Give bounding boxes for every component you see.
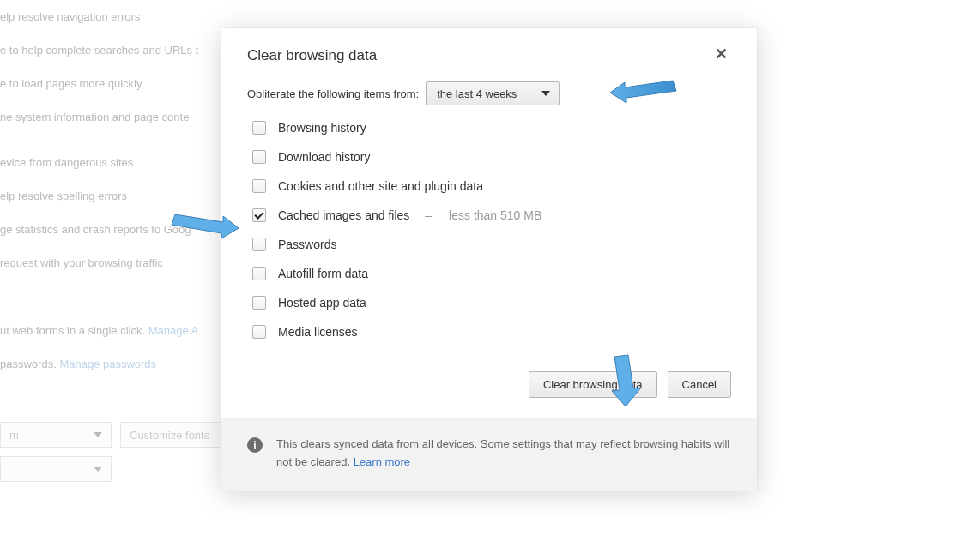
- bg-line: passwords. Manage passwords: [0, 358, 257, 370]
- obliterate-label: Obliterate the following items from:: [247, 87, 419, 100]
- checkbox-label: Browsing history: [278, 121, 366, 135]
- checkbox-row-hosted-app: Hosted app data: [252, 296, 731, 310]
- checkbox-passwords[interactable]: [252, 238, 266, 251]
- checkbox-row-cached-images: Cached images and files – less than 510 …: [252, 208, 731, 222]
- checkbox-label: Cached images and files: [278, 208, 409, 222]
- checkbox-list: Browsing history Download history Cookie…: [252, 121, 731, 339]
- bg-line: elp resolve spelling errors: [0, 190, 257, 202]
- bg-line: e to help complete searches and URLs t: [0, 44, 257, 57]
- info-icon: i: [247, 437, 263, 453]
- time-range-select[interactable]: the last 4 weeks: [426, 81, 560, 105]
- checkbox-label: Autofill form data: [278, 267, 368, 280]
- bg-line: elp resolve navigation errors: [0, 10, 257, 23]
- obliterate-row: Obliterate the following items from: the…: [247, 81, 731, 105]
- chevron-down-icon: [541, 91, 550, 96]
- manage-passwords-link[interactable]: Manage passwords: [59, 358, 156, 370]
- checkbox-label: Cookies and other site and plugin data: [278, 179, 483, 193]
- bg-line: ge statistics and crash reports to Goog: [0, 223, 257, 236]
- cached-size-note: less than 510 MB: [449, 208, 541, 222]
- bg-line: e to load pages more quickly: [0, 77, 257, 90]
- clear-browsing-data-dialog: Clear browsing data ✕ Obliterate the fol…: [221, 28, 757, 491]
- checkbox-cookies[interactable]: [252, 179, 266, 193]
- close-button[interactable]: ✕: [711, 45, 731, 63]
- bg-line: request with your browsing traffic: [0, 256, 257, 269]
- dialog-body: Obliterate the following items from: the…: [221, 71, 757, 363]
- bg-customize-fonts[interactable]: Customize fonts: [120, 422, 223, 448]
- bg-dropdown-1[interactable]: m: [0, 422, 112, 448]
- checkbox-row-media-licenses: Media licenses: [252, 325, 731, 339]
- bg-line: ut web forms in a single click. Manage A: [0, 324, 257, 337]
- manage-autofill-link[interactable]: Manage A: [148, 324, 199, 337]
- checkbox-row-autofill: Autofill form data: [252, 267, 731, 280]
- checkbox-label: Passwords: [278, 238, 336, 251]
- checkbox-label: Media licenses: [278, 325, 358, 339]
- checkbox-download-history[interactable]: [252, 150, 266, 164]
- checkbox-hosted-app[interactable]: [252, 296, 266, 310]
- bg-line: ne system information and page conte: [0, 111, 257, 123]
- bg-dropdown-2[interactable]: [0, 456, 112, 482]
- cancel-button[interactable]: Cancel: [668, 371, 731, 398]
- bg-line: evice from dangerous sites: [0, 156, 257, 169]
- checkbox-media-licenses[interactable]: [252, 325, 266, 339]
- checkbox-label: Download history: [278, 150, 370, 164]
- checkbox-row-browsing-history: Browsing history: [252, 121, 731, 135]
- dialog-actions: Clear browsing data Cancel: [221, 363, 757, 418]
- dialog-footer: i This clears synced data from all devic…: [221, 418, 757, 491]
- checkbox-autofill[interactable]: [252, 267, 266, 280]
- clear-browsing-data-button[interactable]: Clear browsing data: [529, 371, 657, 398]
- checkbox-row-download-history: Download history: [252, 150, 731, 164]
- checkbox-browsing-history[interactable]: [252, 121, 266, 135]
- checkbox-label: Hosted app data: [278, 296, 366, 310]
- dialog-header: Clear browsing data ✕: [221, 28, 757, 71]
- learn-more-link[interactable]: Learn more: [354, 455, 410, 468]
- checkbox-cached-images[interactable]: [252, 208, 266, 222]
- footer-text: This clears synced data from all devices…: [276, 436, 731, 472]
- dialog-title: Clear browsing data: [247, 47, 377, 64]
- checkbox-row-passwords: Passwords: [252, 238, 731, 251]
- checkbox-row-cookies: Cookies and other site and plugin data: [252, 179, 731, 193]
